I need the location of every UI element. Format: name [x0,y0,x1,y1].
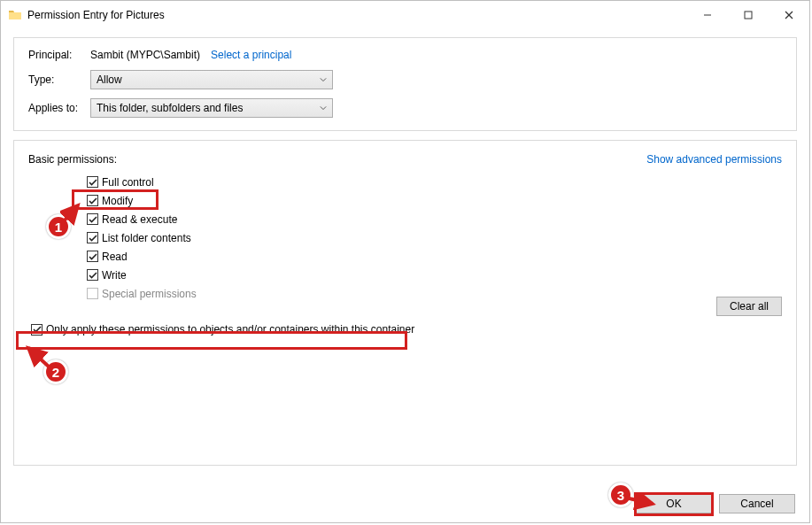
titlebar: Permission Entry for Pictures [1,1,809,28]
checkbox-only-apply[interactable] [31,324,43,336]
type-select[interactable]: Allow [90,70,333,89]
select-principal-link[interactable]: Select a principal [211,49,291,61]
basic-permissions-label: Basic permissions: [28,153,117,166]
minimize-button[interactable] [687,1,728,28]
type-select-value: Allow [97,73,122,86]
perm-label: Read [102,251,128,263]
perm-write: Write [87,266,782,284]
maximize-button[interactable] [728,1,769,28]
perm-label: Write [102,269,127,282]
checkbox-modify[interactable] [87,195,98,206]
window-controls [687,1,809,28]
perm-label: Full control [102,176,154,189]
applies-to-select[interactable]: This folder, subfolders and files [90,98,333,118]
perm-list-folder: List folder contents [87,228,782,247]
close-button[interactable] [769,1,809,28]
type-label: Type: [28,73,90,86]
applies-to-value: This folder, subfolders and files [97,102,243,114]
chevron-down-icon [320,102,327,114]
perm-read: Read [87,247,782,266]
ok-button[interactable]: OK [636,494,712,513]
applies-to-label: Applies to: [28,102,90,114]
clear-all-button[interactable]: Clear all [716,297,782,316]
perm-label: Modify [102,195,133,207]
dialog-footer: OK Cancel [636,494,795,513]
checkbox-write[interactable] [87,269,98,281]
svg-rect-1 [745,12,752,19]
folder-icon [8,8,22,22]
window-title: Permission Entry for Pictures [27,9,687,21]
perm-full-control: Full control [87,173,782,191]
permissions-group: Basic permissions: Show advanced permiss… [13,140,797,466]
perm-special: Special permissions [87,284,782,303]
cancel-button[interactable]: Cancel [719,494,795,513]
annotation-badge-3: 3 [608,483,633,507]
perm-read-execute: Read & execute [87,210,782,228]
permission-entry-window: Permission Entry for Pictures Principal:… [0,0,810,523]
perm-label: Special permissions [102,288,197,300]
perm-label: List folder contents [102,232,191,244]
content-area: Principal: Sambit (MYPC\Sambit) Select a… [1,28,809,475]
only-apply-row: Only apply these permissions to objects … [31,323,414,336]
perm-modify: Modify [87,191,782,210]
checkbox-read-execute[interactable] [87,213,98,225]
checkbox-list-folder[interactable] [87,232,98,243]
checkbox-special [87,288,98,299]
checkbox-read[interactable] [87,251,98,262]
header-group: Principal: Sambit (MYPC\Sambit) Select a… [13,37,797,131]
checkbox-full-control[interactable] [87,176,98,188]
only-apply-label: Only apply these permissions to objects … [46,323,414,336]
chevron-down-icon [320,73,327,86]
principal-value: Sambit (MYPC\Sambit) [90,49,200,61]
perm-label: Read & execute [102,213,177,226]
principal-label: Principal: [28,49,90,61]
permissions-list: Full control Modify Read & execute List … [87,173,782,303]
show-advanced-link[interactable]: Show advanced permissions [646,153,782,166]
